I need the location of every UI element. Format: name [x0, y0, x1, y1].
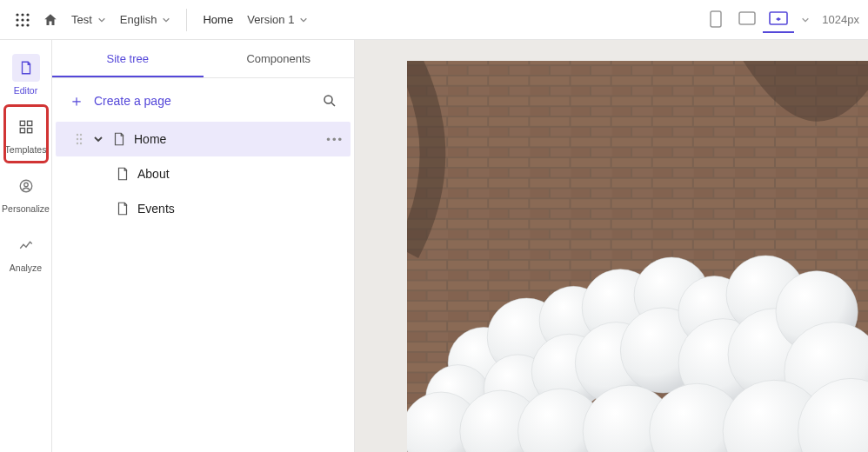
rail-label: Analyze	[10, 263, 42, 273]
chevron-down-icon	[162, 16, 170, 24]
page-icon	[115, 201, 130, 216]
rail-personalize[interactable]: Personalize	[7, 167, 45, 219]
rail-label: Editor	[14, 85, 37, 96]
tree-row-label: Home	[134, 132, 166, 146]
rail-templates[interactable]: Templates	[7, 108, 45, 160]
editor-icon	[12, 54, 40, 82]
svg-rect-10	[739, 12, 755, 24]
chevron-down-icon	[801, 16, 810, 24]
page-preview[interactable]	[407, 61, 868, 452]
top-bar: Test English Home Version 1 1024px	[0, 0, 868, 40]
preview-canvas	[355, 40, 868, 452]
tab-site-tree[interactable]: Site tree	[52, 40, 204, 77]
left-rail: Editor Templates Personalize Analyze	[0, 40, 52, 452]
viewport-width: 1024px	[822, 13, 859, 26]
version-selector[interactable]: Version 1	[247, 13, 308, 26]
svg-point-19	[77, 134, 78, 136]
chevron-down-icon	[97, 16, 106, 24]
language-name: English	[120, 13, 157, 26]
svg-point-21	[77, 138, 78, 140]
device-phone-icon[interactable]	[700, 7, 731, 33]
svg-point-6	[16, 23, 18, 26]
svg-rect-14	[20, 129, 24, 133]
language-selector[interactable]: English	[120, 13, 171, 26]
rail-editor[interactable]: Editor	[7, 49, 45, 101]
more-icon[interactable]: •••	[326, 133, 344, 146]
tab-label: Components	[246, 52, 310, 65]
svg-point-3	[16, 18, 18, 21]
svg-point-1	[21, 13, 23, 16]
viewport-dropdown[interactable]	[801, 16, 810, 24]
page-icon	[115, 166, 130, 182]
site-name: Test	[71, 13, 92, 26]
tree-row-about[interactable]: About	[56, 156, 351, 191]
tree-row-events[interactable]: Events	[56, 191, 351, 226]
svg-point-7	[21, 23, 23, 26]
svg-point-5	[26, 18, 29, 21]
svg-rect-12	[20, 121, 24, 125]
rail-analyze[interactable]: Analyze	[7, 226, 45, 278]
plus-icon: ＋	[68, 92, 85, 110]
svg-point-24	[80, 143, 82, 144]
chevron-down-icon	[299, 16, 308, 24]
current-page-label: Home	[203, 13, 233, 26]
svg-point-8	[26, 23, 29, 26]
svg-point-20	[80, 134, 82, 136]
version-name: Version 1	[247, 13, 294, 26]
svg-point-22	[80, 138, 82, 140]
analyze-icon	[12, 231, 40, 259]
svg-point-17	[23, 183, 28, 187]
device-desktop-icon[interactable]	[763, 7, 794, 33]
drag-handle-icon[interactable]	[73, 133, 85, 145]
site-selector[interactable]: Test	[71, 13, 106, 26]
tree-row-home[interactable]: Home •••	[56, 122, 351, 156]
device-tablet-icon[interactable]	[731, 7, 763, 33]
svg-rect-9	[711, 11, 721, 27]
site-tree: Home ••• About Events	[52, 120, 354, 231]
rail-label: Templates	[5, 144, 47, 155]
svg-point-18	[324, 96, 332, 103]
create-page-label: Create a page	[94, 94, 171, 108]
side-panel: Site tree Components ＋ Create a page	[52, 40, 355, 452]
personalize-icon	[12, 172, 40, 200]
search-icon[interactable]	[316, 87, 344, 115]
collapse-icon[interactable]	[92, 134, 104, 144]
app-launcher-icon[interactable]	[9, 6, 37, 34]
svg-point-0	[16, 13, 18, 16]
svg-point-4	[21, 18, 23, 21]
separator	[186, 9, 187, 31]
panel-tabs: Site tree Components	[52, 40, 354, 78]
page-icon	[111, 131, 127, 147]
home-icon[interactable]	[37, 6, 64, 34]
svg-point-23	[77, 143, 78, 144]
svg-rect-15	[27, 129, 31, 133]
tree-row-label: About	[137, 167, 170, 181]
tree-row-label: Events	[137, 202, 175, 216]
create-page-button[interactable]: ＋ Create a page	[68, 92, 171, 110]
current-page-name: Home	[203, 13, 233, 26]
svg-rect-13	[27, 121, 31, 125]
tab-components[interactable]: Components	[204, 40, 355, 77]
rail-label: Personalize	[2, 203, 50, 214]
templates-icon	[12, 113, 40, 141]
preview-image	[407, 61, 868, 452]
tab-label: Site tree	[107, 52, 149, 65]
svg-point-2	[26, 13, 29, 16]
